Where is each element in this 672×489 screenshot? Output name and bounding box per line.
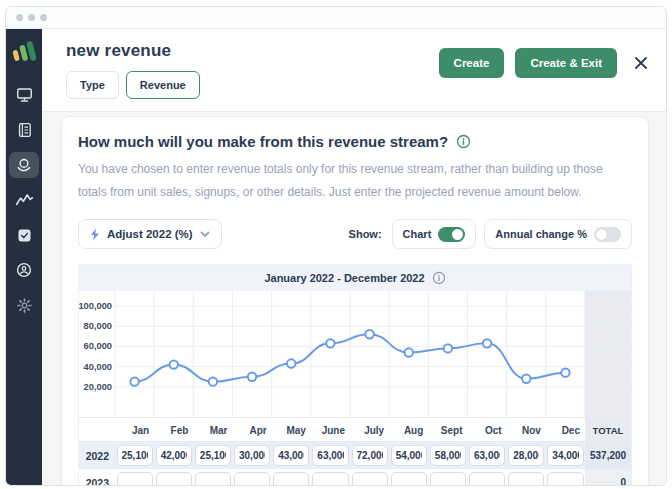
ledger-icon	[16, 121, 33, 139]
revenue-row-2022: 2022537,200	[79, 442, 631, 469]
month-header-jan: Jan	[115, 425, 154, 436]
content-area: How much will you make from this revenue…	[42, 112, 666, 485]
revenue-input-2022-june[interactable]	[312, 445, 348, 466]
revenue-input-2023-mar[interactable]	[195, 472, 231, 485]
sidebar-item-settings-gear[interactable]	[9, 292, 39, 318]
window-dot-icon	[16, 14, 23, 21]
section-heading: How much will you make from this revenue…	[78, 133, 448, 150]
revenue-input-2023-may[interactable]	[273, 472, 309, 485]
annual-change-toggle[interactable]: Annual change %	[484, 219, 632, 249]
app-window: new revenue Type Revenue Create Create &…	[5, 6, 667, 486]
sidebar-item-check-square[interactable]	[9, 222, 39, 248]
sidebar-item-monitor[interactable]	[9, 82, 39, 108]
total-cell-2023: 0	[585, 469, 631, 485]
sidebar	[6, 29, 42, 485]
revenue-input-2022-nov[interactable]	[508, 445, 544, 466]
annual-change-toggle-switch[interactable]	[594, 227, 621, 242]
create-button[interactable]: Create	[439, 48, 505, 78]
svg-text:80,000: 80,000	[84, 321, 112, 331]
revenue-input-2023-apr[interactable]	[234, 472, 270, 485]
hand-coin-icon	[15, 157, 33, 174]
line-chart-svg: 20,00040,00060,00080,000100,000	[79, 291, 631, 417]
total-column-header: TOTAL	[585, 418, 631, 443]
settings-gear-icon	[16, 297, 33, 314]
chevron-down-icon	[200, 231, 210, 238]
year-label: 2022	[79, 450, 115, 462]
data-point-july	[365, 330, 373, 338]
revenue-input-2023-sept[interactable]	[430, 472, 466, 485]
month-header-sept: Sept	[428, 425, 467, 436]
month-header-july: July	[350, 425, 389, 436]
month-header-row: JanFebMarAprMayJuneJulyAugSeptOctNovDecT…	[79, 417, 631, 442]
data-point-may	[287, 359, 295, 367]
total-cell-2022: 537,200	[585, 442, 631, 469]
adjust-2022-dropdown[interactable]: Adjust 2022 (%)	[78, 219, 222, 249]
tab-type[interactable]: Type	[66, 71, 119, 99]
info-icon[interactable]	[456, 134, 471, 149]
revenue-card: How much will you make from this revenue…	[61, 116, 649, 485]
sidebar-item-hand-coin[interactable]	[9, 152, 39, 178]
revenue-input-2023-nov[interactable]	[508, 472, 544, 485]
revenue-input-2023-june[interactable]	[312, 472, 348, 485]
data-point-aug	[405, 348, 413, 356]
month-header-june: June	[311, 425, 350, 436]
window-titlebar	[6, 7, 666, 29]
svg-text:60,000: 60,000	[84, 341, 112, 351]
sidebar-item-activity[interactable]	[9, 187, 39, 213]
chart-title: January 2022 - December 2022	[264, 272, 424, 284]
data-point-apr	[248, 373, 256, 381]
sidebar-item-help[interactable]	[9, 257, 39, 283]
page-header: new revenue Type Revenue Create Create &…	[42, 29, 666, 112]
revenue-input-2022-apr[interactable]	[234, 445, 270, 466]
month-header-oct: Oct	[468, 425, 507, 436]
revenue-input-2023-july[interactable]	[352, 472, 388, 485]
revenue-chart-table: January 2022 - December 2022 20,00040,00…	[78, 264, 632, 485]
revenue-input-2022-sept[interactable]	[430, 445, 466, 466]
create-exit-button[interactable]: Create & Exit	[515, 48, 617, 78]
revenue-input-2023-oct[interactable]	[469, 472, 505, 485]
window-dot-icon	[40, 14, 47, 21]
year-label: 2023	[79, 477, 115, 486]
step-tabs: Type Revenue	[66, 71, 200, 99]
svg-text:40,000: 40,000	[84, 362, 112, 372]
revenue-input-2022-mar[interactable]	[195, 445, 231, 466]
lightning-bolt-icon	[90, 228, 100, 241]
data-point-feb	[170, 360, 178, 368]
revenue-input-2022-july[interactable]	[352, 445, 388, 466]
info-icon[interactable]	[432, 271, 446, 285]
month-header-mar: Mar	[193, 425, 232, 436]
revenue-input-2022-oct[interactable]	[469, 445, 505, 466]
month-header-dec: Dec	[546, 425, 585, 436]
monitor-icon	[15, 86, 34, 104]
month-header-aug: Aug	[389, 425, 428, 436]
window-dot-icon	[28, 14, 35, 21]
data-point-sept	[444, 344, 452, 352]
data-point-oct	[483, 339, 491, 347]
revenue-input-2022-dec[interactable]	[547, 445, 583, 466]
revenue-input-2023-dec[interactable]	[547, 472, 583, 485]
month-header-may: May	[272, 425, 311, 436]
tab-revenue[interactable]: Revenue	[126, 71, 200, 99]
chart-toggle[interactable]: Chart	[392, 219, 477, 249]
chart-title-band: January 2022 - December 2022	[79, 265, 631, 291]
close-icon[interactable]	[632, 54, 650, 72]
chart-toolbar: Adjust 2022 (%) Show: Chart	[78, 219, 632, 249]
check-square-icon	[16, 227, 33, 244]
revenue-input-2023-aug[interactable]	[391, 472, 427, 485]
revenue-input-2022-may[interactable]	[273, 445, 309, 466]
month-header-nov: Nov	[507, 425, 546, 436]
revenue-input-2023-feb[interactable]	[156, 472, 192, 485]
revenue-input-2022-jan[interactable]	[117, 445, 153, 466]
line-chart: 20,00040,00060,00080,000100,000	[79, 291, 631, 417]
month-header-apr: Apr	[233, 425, 272, 436]
svg-text:100,000: 100,000	[79, 301, 112, 311]
sidebar-item-ledger[interactable]	[9, 117, 39, 143]
revenue-input-2022-feb[interactable]	[156, 445, 192, 466]
revenue-input-2022-aug[interactable]	[391, 445, 427, 466]
help-icon	[15, 261, 33, 279]
page-title: new revenue	[66, 41, 171, 61]
revenue-input-2023-jan[interactable]	[117, 472, 153, 485]
revenue-row-2023: 20230	[79, 469, 631, 485]
section-description: You have chosen to enter revenue totals …	[78, 158, 632, 204]
chart-toggle-switch[interactable]	[438, 227, 465, 242]
